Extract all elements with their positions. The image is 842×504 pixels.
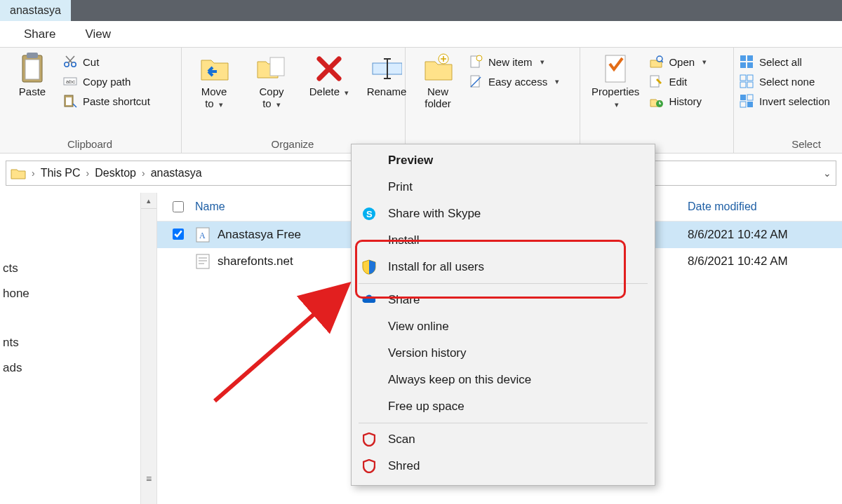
nav-item[interactable]: ads [0,355,140,381]
scroll-grip-icon[interactable]: ≡ [142,472,155,485]
mcafee-icon [361,432,377,447]
column-date[interactable]: Date modified [688,200,842,213]
new-folder-button[interactable]: New folder [411,50,465,110]
title-bar: anastasya [0,0,842,21]
new-item-button[interactable]: New item ▾ [469,55,559,69]
text-file-icon [195,254,210,269]
delete-x-icon [314,53,345,84]
menu-version-history[interactable]: Version history [352,340,655,367]
svg-rect-36 [196,254,209,268]
svg-point-16 [476,55,482,61]
open-button[interactable]: Open ▾ [649,55,707,69]
delete-button[interactable]: Delete ▾ [302,50,356,97]
nav-item[interactable]: cts [0,256,140,281]
easy-access-icon [469,74,483,88]
select-all-icon [740,55,754,69]
select-all-checkbox[interactable] [173,201,184,212]
invert-selection-button[interactable]: Invert selection [740,94,830,108]
menu-install-all-users[interactable]: Install for all users [352,254,655,280]
easy-access-button[interactable]: Easy access ▾ [469,74,559,88]
font-file-icon: A [195,227,210,243]
shield-uac-icon [361,259,377,275]
chevron-down-icon: ▾ [615,100,619,109]
svg-rect-23 [747,55,753,61]
rename-icon [371,53,402,84]
svg-rect-31 [747,95,753,100]
select-none-icon [740,74,754,88]
paste-button[interactable]: Paste [6,50,59,97]
new-folder-icon [422,53,453,84]
nav-item[interactable]: nts [0,330,140,355]
group-label-select: Select [740,138,842,151]
menu-scan[interactable]: Scan [352,426,655,453]
chevron-down-icon: ▾ [540,57,544,67]
menu-preview[interactable]: Preview [352,147,655,174]
svg-rect-24 [740,62,746,68]
svg-rect-33 [747,102,753,107]
svg-rect-12 [384,58,391,60]
file-date: 8/6/2021 10:42 AM [688,254,842,268]
copy-path-icon: abc [63,74,77,88]
row-checkbox[interactable] [173,229,184,240]
folder-icon [11,167,26,179]
breadcrumb-this-pc[interactable]: This PC [41,167,81,179]
breadcrumb-current[interactable]: anastasya [151,167,202,179]
edit-icon [649,74,663,88]
history-icon [649,94,663,108]
chevron-down-icon: ▾ [345,88,349,97]
move-to-icon [199,53,229,84]
chevron-down-icon: ▾ [702,57,707,67]
breadcrumb-dropdown[interactable]: ⌄ [823,168,831,179]
svg-rect-13 [384,78,391,79]
breadcrumb-desktop[interactable]: Desktop [95,167,136,179]
svg-rect-30 [740,95,746,100]
chevron-down-icon: ▾ [219,100,223,109]
copy-path-button[interactable]: abc Copy path [63,74,150,88]
menu-view-online[interactable]: View online [352,313,655,340]
chevron-right-icon[interactable]: › [32,168,35,179]
scroll-up-button[interactable]: ▴ [141,193,156,209]
select-none-button[interactable]: Select none [740,74,830,88]
menu-install[interactable]: Install [352,227,655,254]
svg-rect-26 [740,75,746,81]
tab-share[interactable]: Share [24,27,55,41]
history-button[interactable]: History [649,94,707,108]
tab-view[interactable]: View [85,27,111,41]
menu-free-up-space[interactable]: Free up space [352,393,655,420]
onedrive-icon [361,292,377,308]
chevron-right-icon[interactable]: › [86,168,90,179]
move-to-button[interactable]: Move to ▾ [187,50,241,110]
cut-button[interactable]: Cut [63,55,150,69]
menu-share[interactable]: Share [352,287,655,313]
svg-rect-2 [27,53,38,58]
menu-print[interactable]: Print [352,174,655,200]
nav-scrollbar[interactable]: ▴ ≡ [141,193,157,504]
svg-text:S: S [366,209,373,219]
paste-shortcut-button[interactable]: Paste shortcut [63,94,150,108]
scissors-icon [63,55,77,69]
nav-tree[interactable]: cts hone nts ads [0,193,141,504]
svg-rect-27 [747,75,753,81]
svg-rect-8 [66,97,72,105]
properties-button[interactable]: Properties▾ [586,50,645,110]
svg-rect-22 [740,55,746,61]
chevron-right-icon[interactable]: › [142,168,145,179]
paste-shortcut-icon [63,94,77,108]
group-label-clipboard: Clipboard [6,138,174,151]
svg-rect-29 [747,82,753,88]
svg-text:A: A [199,231,206,240]
select-all-button[interactable]: Select all [740,55,830,69]
window-title-tab: anastasya [0,0,71,21]
paste-icon [17,53,48,84]
svg-rect-28 [740,82,746,88]
context-menu: Preview Print S Share with Skype Install… [351,144,655,486]
nav-item[interactable]: hone [0,281,140,306]
menu-shred[interactable]: Shred [352,453,655,479]
window-title: anastasya [10,4,61,17]
menu-divider [359,283,648,284]
mcafee-icon [361,458,377,474]
menu-always-keep[interactable]: Always keep on this device [352,367,655,393]
edit-button[interactable]: Edit [649,74,707,88]
menu-share-skype[interactable]: S Share with Skype [352,200,655,227]
copy-to-button[interactable]: Copy to ▾ [245,50,298,110]
